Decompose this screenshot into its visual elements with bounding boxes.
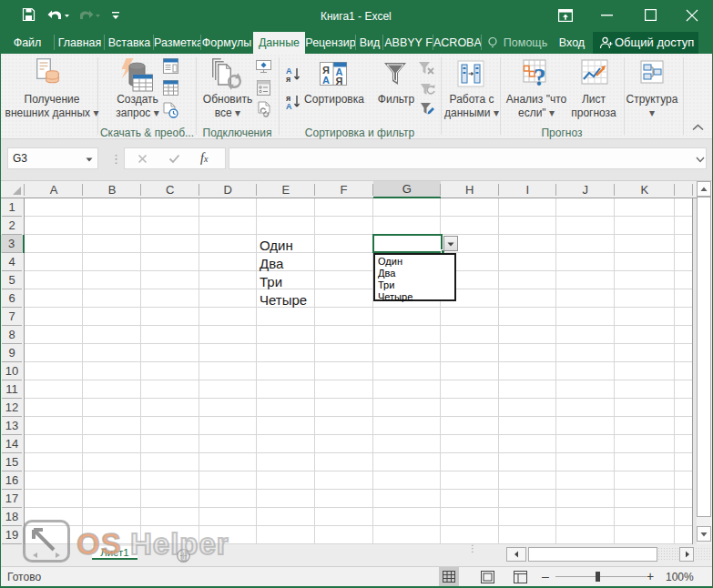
svg-text:Я: Я (336, 76, 343, 86)
svg-text:А: А (286, 102, 292, 110)
svg-text:А: А (322, 75, 330, 86)
svg-text:?: ? (534, 64, 546, 86)
svg-text:я: я (286, 75, 290, 83)
svg-text:Я: Я (322, 65, 330, 76)
